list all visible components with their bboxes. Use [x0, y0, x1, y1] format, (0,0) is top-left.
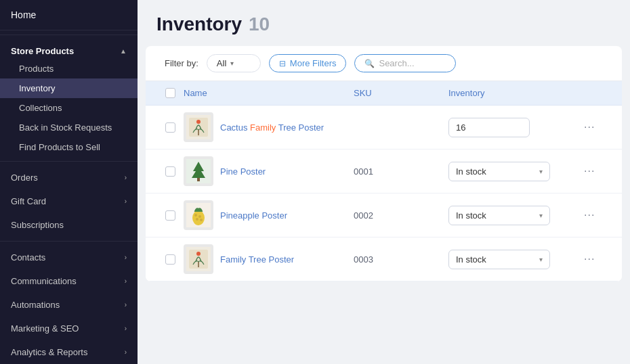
table-header: Name SKU Inventory: [146, 81, 622, 106]
sidebar-item-find-products[interactable]: Find Products to Sell: [0, 137, 138, 157]
product-thumbnail-1: [184, 112, 213, 142]
product-sku-3: 0002: [354, 210, 448, 221]
table-row: Pine Poster 0001 In stock ▾ ···: [146, 150, 622, 194]
sidebar-item-products[interactable]: Products: [0, 59, 138, 78]
svg-point-8: [192, 210, 205, 225]
main-content: Inventory 10 Filter by: All ▾ ⊟ More Fil…: [138, 0, 630, 364]
product-sku-2: 0001: [354, 166, 448, 177]
inventory-dropdown-4[interactable]: In stock ▾: [448, 250, 550, 269]
chevron-right-icon: ›: [125, 174, 127, 181]
inventory-cell-2: In stock ▾: [448, 162, 584, 181]
product-name-cell-4: Family Tree Poster: [184, 244, 354, 274]
column-header-sku: SKU: [354, 88, 448, 98]
chevron-down-icon: ▾: [230, 60, 234, 67]
inventory-dropdown-2[interactable]: In stock ▾: [448, 162, 550, 181]
search-placeholder: Search...: [379, 58, 414, 68]
chevron-right-icon: ›: [125, 254, 127, 261]
sidebar-section-store-products[interactable]: Store Products ▲: [0, 39, 138, 59]
row-checkbox-1[interactable]: [165, 122, 175, 133]
column-header-inventory: Inventory: [448, 88, 584, 98]
svg-point-10: [198, 215, 201, 218]
svg-point-11: [196, 218, 198, 221]
chevron-up-icon: ▲: [120, 47, 127, 55]
inventory-table: Name SKU Inventory: [146, 81, 622, 281]
svg-rect-6: [197, 178, 200, 181]
chevron-down-icon: ▾: [539, 168, 543, 175]
chevron-right-icon: ›: [125, 277, 127, 285]
table-row: Pineapple Poster 0002 In stock ▾ ···: [146, 194, 622, 237]
filter-all-dropdown[interactable]: All ▾: [207, 54, 261, 72]
sidebar-item-back-in-stock[interactable]: Back in Stock Requests: [0, 118, 138, 137]
table-row: Family Tree Poster 0003 In stock ▾ ···: [146, 237, 622, 281]
product-thumbnail-2: [184, 156, 213, 186]
sidebar-item-automations[interactable]: Automations ›: [0, 293, 138, 317]
svg-point-15: [196, 252, 201, 256]
table-row: Cactus Family Tree Poster ···: [146, 106, 622, 150]
row-checkbox-2[interactable]: [165, 166, 175, 177]
product-name-cell-1: Cactus Family Tree Poster: [184, 112, 354, 142]
chevron-right-icon: ›: [125, 348, 127, 356]
chevron-down-icon: ▾: [539, 256, 543, 263]
chevron-right-icon: ›: [125, 301, 127, 309]
filter-label: Filter by:: [165, 58, 198, 68]
header-checkbox-cell: [156, 88, 184, 98]
sidebar-item-home[interactable]: Home: [0, 0, 138, 30]
page-count: 10: [249, 14, 270, 35]
sidebar-item-marketing-seo[interactable]: Marketing & SEO ›: [0, 317, 138, 340]
sidebar-item-gift-card[interactable]: Gift Card ›: [0, 189, 138, 213]
inventory-cell-4: In stock ▾: [448, 250, 584, 269]
sidebar-item-contacts[interactable]: Contacts ›: [0, 246, 138, 269]
product-name-cell-2: Pine Poster: [184, 156, 354, 186]
product-thumbnail-3: [184, 200, 213, 230]
product-sku-4: 0003: [354, 254, 448, 265]
sidebar-item-analytics-reports[interactable]: Analytics & Reports ›: [0, 340, 138, 364]
search-box[interactable]: 🔍 Search...: [354, 54, 456, 72]
page-header: Inventory 10: [138, 0, 630, 46]
sidebar-item-collections[interactable]: Collections: [0, 98, 138, 118]
more-options-1[interactable]: ···: [584, 121, 611, 133]
product-thumbnail-4: [184, 244, 213, 274]
filter-all-label: All: [217, 58, 226, 68]
inventory-cell-3: In stock ▾: [448, 206, 584, 225]
row-checkbox-3[interactable]: [165, 210, 175, 221]
inventory-input-1[interactable]: [448, 118, 530, 137]
chevron-down-icon: ▾: [539, 212, 543, 219]
sidebar: Home Store Products ▲ Products Inventory…: [0, 0, 138, 364]
search-icon: 🔍: [364, 59, 375, 68]
chevron-right-icon: ›: [125, 198, 127, 205]
more-options-2[interactable]: ···: [584, 165, 611, 177]
sidebar-item-inventory[interactable]: Inventory: [0, 78, 138, 98]
select-all-checkbox[interactable]: [165, 88, 175, 98]
svg-point-12: [200, 219, 203, 221]
product-name-1[interactable]: Cactus Family Tree Poster: [220, 122, 324, 133]
sidebar-item-subscriptions[interactable]: Subscriptions: [0, 213, 138, 237]
more-options-3[interactable]: ···: [584, 209, 611, 221]
product-name-cell-3: Pineapple Poster: [184, 200, 354, 230]
sidebar-item-orders[interactable]: Orders ›: [0, 166, 138, 189]
filter-bar: Filter by: All ▾ ⊟ More Filters 🔍 Search…: [146, 46, 622, 81]
inventory-dropdown-3[interactable]: In stock ▾: [448, 206, 550, 225]
more-options-4[interactable]: ···: [584, 253, 611, 265]
row-checkbox-4[interactable]: [165, 254, 175, 265]
product-name-3[interactable]: Pineapple Poster: [220, 210, 287, 221]
more-filters-button[interactable]: ⊟ More Filters: [269, 54, 347, 72]
svg-point-2: [196, 120, 201, 124]
page-title: Inventory: [156, 14, 242, 35]
sidebar-item-communications[interactable]: Communications ›: [0, 269, 138, 293]
inventory-cell-1: [448, 118, 584, 137]
product-name-4[interactable]: Family Tree Poster: [220, 254, 294, 265]
svg-point-9: [194, 214, 197, 217]
chevron-right-icon: ›: [125, 325, 127, 332]
column-header-name: Name: [184, 88, 354, 98]
filter-icon: ⊟: [279, 59, 286, 68]
product-name-2[interactable]: Pine Poster: [220, 166, 266, 177]
